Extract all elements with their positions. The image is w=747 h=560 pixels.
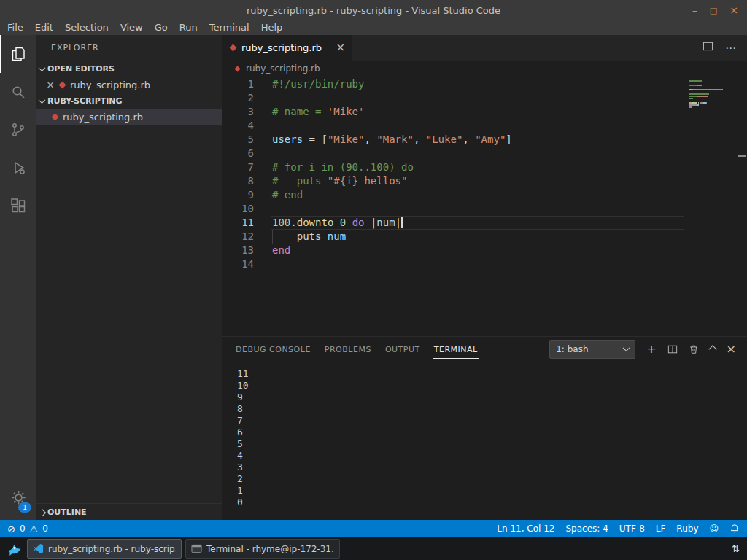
- open-editor-item[interactable]: × ruby_scripting.rb: [36, 77, 222, 93]
- terminal[interactable]: 11109876543210 rhyme@ip-172-31-198-210 :…: [222, 361, 747, 520]
- open-editors-header[interactable]: OPEN EDITORS: [36, 61, 222, 77]
- file-item-ruby-scripting[interactable]: ruby_scripting.rb: [36, 109, 222, 125]
- split-editor-icon[interactable]: [703, 41, 713, 55]
- tab-close-icon[interactable]: ×: [336, 42, 345, 53]
- code-line-14[interactable]: 14: [222, 257, 747, 271]
- open-editors-label: OPEN EDITORS: [47, 64, 115, 74]
- code-line-10[interactable]: 10: [222, 202, 747, 216]
- line-content: end: [272, 244, 290, 257]
- breadcrumb-item: ruby_scripting.rb: [246, 63, 320, 74]
- taskbar-button-vscode[interactable]: ruby_scripting.rb - ruby-scrip...: [27, 539, 182, 559]
- ruby-file-icon: [58, 81, 66, 88]
- menu-selection[interactable]: Selection: [59, 20, 115, 35]
- notifications-bell-icon[interactable]: [729, 524, 740, 534]
- window-title: ruby_scripting.rb - ruby-scripting - Vis…: [247, 5, 500, 16]
- line-content: 100.downto 0 do |num|: [272, 216, 403, 230]
- encoding-setting[interactable]: UTF-8: [619, 524, 645, 534]
- line-number: 8: [222, 174, 254, 188]
- minimize-button[interactable]: –: [692, 5, 697, 15]
- panel-tabs: DEBUG CONSOLEPROBLEMSOUTPUTTERMINAL: [235, 340, 479, 359]
- kill-terminal-button[interactable]: [689, 344, 699, 354]
- code-line-6[interactable]: 6: [222, 147, 747, 160]
- outline-label: OUTLINE: [47, 508, 87, 517]
- terminal-output-line: 9: [237, 392, 747, 403]
- panel-tab-terminal[interactable]: TERMINAL: [433, 340, 479, 359]
- folder-label: RUBY-SCRIPTING: [47, 96, 123, 106]
- editor-code-area[interactable]: 1#!/usr/bin/ruby23# name = 'Mike'45users…: [222, 77, 747, 336]
- close-panel-button[interactable]: ×: [727, 343, 736, 355]
- menu-file[interactable]: File: [1, 20, 29, 35]
- line-number: 14: [222, 257, 254, 271]
- code-line-8[interactable]: 8# puts "#{i} hellos": [222, 174, 747, 188]
- manage-gear-icon[interactable]: 1: [0, 481, 36, 514]
- taskbar-button-terminal[interactable]: Terminal - rhyme@ip-172-31...: [185, 539, 340, 559]
- menu-go[interactable]: Go: [149, 20, 174, 35]
- code-line-1[interactable]: 1#!/usr/bin/ruby: [222, 77, 747, 91]
- sidebar-explorer: EXPLORER OPEN EDITORS × ruby_scripting.r…: [36, 35, 222, 520]
- line-number: 13: [222, 244, 254, 257]
- line-number: 4: [222, 119, 254, 133]
- terminal-output-line: 0: [237, 497, 747, 508]
- editor-cursor: [401, 217, 403, 228]
- panel-tab-debug-console[interactable]: DEBUG CONSOLE: [235, 340, 311, 359]
- search-activity-icon[interactable]: [0, 73, 36, 111]
- code-lines: 1#!/usr/bin/ruby23# name = 'Mike'45users…: [222, 77, 747, 271]
- terminal-output-line: 3: [237, 462, 747, 473]
- title-bar: ruby_scripting.rb - ruby-scripting - Vis…: [0, 0, 747, 20]
- code-line-7[interactable]: 7# for i in (90..100) do: [222, 160, 747, 174]
- new-terminal-button[interactable]: +: [646, 343, 656, 355]
- outline-section-header[interactable]: OUTLINE: [36, 503, 222, 520]
- close-editor-icon[interactable]: ×: [46, 79, 55, 90]
- source-control-activity-icon[interactable]: [0, 111, 36, 149]
- maximize-panel-button[interactable]: [710, 346, 716, 352]
- language-mode[interactable]: Ruby: [676, 524, 698, 534]
- vscode-icon: [33, 543, 44, 554]
- menu-bar: FileEditSelectionViewGoRunTerminalHelp: [0, 20, 747, 35]
- code-line-5[interactable]: 5users = ["Mike", "Mark", "Luke", "Amy"]: [222, 133, 747, 147]
- line-content: # puts "#{i} hellos": [272, 174, 407, 188]
- menu-run[interactable]: Run: [174, 20, 204, 35]
- explorer-activity-icon[interactable]: [0, 35, 36, 73]
- indentation-setting[interactable]: Spaces: 4: [565, 524, 608, 534]
- line-number: 6: [222, 147, 254, 160]
- line-number: 2: [222, 91, 254, 105]
- shell-selector-value: 1: bash: [556, 344, 588, 354]
- code-line-11[interactable]: 11100.downto 0 do |num|: [222, 216, 747, 230]
- feedback-smiley-icon[interactable]: ☺: [709, 524, 719, 534]
- run-debug-activity-icon[interactable]: [0, 149, 36, 187]
- tab-ruby-scripting[interactable]: ruby_scripting.rb ×: [222, 35, 352, 61]
- minimap[interactable]: [689, 80, 735, 111]
- folder-section-header[interactable]: RUBY-SCRIPTING: [36, 93, 222, 109]
- terminal-output-line: 11: [237, 368, 747, 380]
- code-line-2[interactable]: 2: [222, 91, 747, 105]
- more-actions-icon[interactable]: ⋯: [725, 42, 737, 55]
- code-line-12[interactable]: 12 puts num: [222, 230, 747, 244]
- code-line-13[interactable]: 13end: [222, 244, 747, 257]
- menu-edit[interactable]: Edit: [29, 20, 59, 35]
- menu-help[interactable]: Help: [255, 20, 289, 35]
- breadcrumb[interactable]: ruby_scripting.rb: [222, 61, 747, 77]
- panel-tab-problems[interactable]: PROBLEMS: [324, 340, 372, 359]
- settings-badge: 1: [18, 502, 31, 513]
- shell-selector[interactable]: 1: bash: [549, 340, 635, 359]
- chevron-right-icon: [39, 509, 46, 516]
- lubuntu-menu-icon[interactable]: [4, 540, 23, 559]
- code-line-4[interactable]: 4: [222, 119, 747, 133]
- menu-view[interactable]: View: [115, 20, 149, 35]
- split-terminal-button[interactable]: [667, 344, 678, 354]
- panel-header: DEBUG CONSOLEPROBLEMSOUTPUTTERMINAL 1: b…: [222, 337, 747, 361]
- close-window-button[interactable]: ×: [729, 5, 738, 15]
- menu-terminal[interactable]: Terminal: [204, 20, 255, 35]
- cursor-position[interactable]: Ln 11, Col 12: [497, 524, 554, 534]
- ruby-file-icon: [229, 44, 236, 51]
- maximize-button[interactable]: □: [710, 7, 717, 15]
- line-content: users = ["Mike", "Mark", "Luke", "Amy"]: [272, 133, 512, 147]
- code-line-9[interactable]: 9# end: [222, 188, 747, 202]
- extensions-activity-icon[interactable]: [0, 187, 36, 225]
- tab-label: ruby_scripting.rb: [241, 42, 330, 53]
- code-line-3[interactable]: 3# name = 'Mike': [222, 105, 747, 119]
- problems-indicator[interactable]: ⊘ 0 ⚠ 0: [7, 524, 50, 534]
- eol-setting[interactable]: LF: [656, 524, 666, 534]
- panel-tab-output[interactable]: OUTPUT: [384, 340, 421, 359]
- updown-arrows-icon[interactable]: ⇅: [732, 543, 743, 554]
